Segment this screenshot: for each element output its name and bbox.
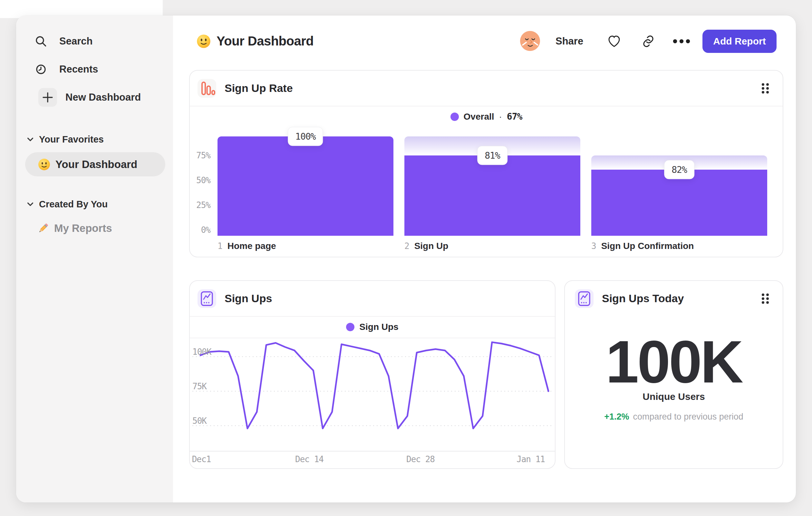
y-axis-tick: 75K <box>192 382 207 391</box>
stat-card-header: Sign Ups Today <box>565 281 783 316</box>
favorite-heart-icon[interactable] <box>607 34 621 49</box>
sidebar-item-label: Recents <box>59 63 98 75</box>
line-chart-icon <box>575 289 593 308</box>
sidebar-section-your-favorites[interactable]: Your Favorites <box>27 133 104 146</box>
step-name: Sign Up Confirmation <box>601 241 694 251</box>
smiley-emoji <box>38 158 50 171</box>
copy-link-icon[interactable] <box>641 34 656 48</box>
chevron-down-icon <box>27 137 33 142</box>
line-series[interactable] <box>200 342 548 429</box>
x-axis-tick: Dec1 <box>192 454 211 464</box>
sidebar: Search Recents New Das <box>16 16 173 503</box>
funnel-bar[interactable] <box>404 156 580 236</box>
sidebar-item-label: New Dashboard <box>65 91 141 103</box>
bar-value-tooltip: 82% <box>664 160 694 179</box>
sidebar-item-new-dashboard[interactable]: New Dashboard <box>31 87 141 107</box>
sidebar-item-label: My Reports <box>54 222 112 235</box>
section-label: Created By You <box>39 199 108 210</box>
funnel-bar[interactable] <box>591 170 767 236</box>
step-number: 3 <box>591 241 596 251</box>
line-chart-card: Sign Ups Sign Ups 100K75K50KDec1Dec 14De… <box>189 280 555 469</box>
funnel-card: Sign Up Rate Overall · 67% 75%50%25%0%10… <box>189 70 783 257</box>
step-name: Sign Up <box>414 241 448 251</box>
sidebar-item-recents[interactable]: Recents <box>31 59 98 79</box>
sidebar-section-created-by-you[interactable]: Created By You <box>27 198 108 211</box>
card-title: Sign Ups Today <box>602 292 684 305</box>
page-header: Your Dashboard <box>197 31 314 51</box>
funnel-category-label: 3Sign Up Confirmation <box>591 241 694 254</box>
sign-ups-today-card: Sign Ups Today 100K Unique Users +1.2% c… <box>564 280 783 469</box>
more-options-icon[interactable] <box>673 39 690 44</box>
page-background: Search Recents New Das <box>0 0 812 516</box>
bar-value-tooltip: 81% <box>477 146 508 165</box>
y-axis-tick: 0% <box>190 225 210 235</box>
y-axis-tick: 50K <box>192 416 207 426</box>
sidebar-item-my-reports[interactable]: My Reports <box>37 219 112 238</box>
bar-value-tooltip: 100% <box>288 127 323 146</box>
x-axis-tick: Jan 11 <box>517 454 545 464</box>
app-window: Search Recents New Das <box>16 16 796 503</box>
funnel-chart[interactable]: 75%50%25%0%100%1Home page81%2Sign Up82%3… <box>190 71 783 257</box>
x-axis-tick: Dec 28 <box>406 454 435 464</box>
add-report-button[interactable]: Add Report <box>702 30 777 53</box>
y-axis-tick: 50% <box>190 175 210 185</box>
x-axis-tick: Dec 14 <box>295 454 323 464</box>
stat-label: Unique Users <box>565 391 783 402</box>
funnel-category-label: 2Sign Up <box>404 241 448 254</box>
section-label: Your Favorites <box>39 134 104 145</box>
step-number: 2 <box>404 241 409 251</box>
line-chart-svg <box>190 281 555 468</box>
smiley-emoji <box>197 34 211 48</box>
stat-delta-row: +1.2% compared to previous period <box>565 412 783 422</box>
step-name: Home page <box>228 241 276 251</box>
line-chart[interactable]: 100K75K50KDec1Dec 14Dec 28Jan 11 <box>190 281 555 468</box>
sidebar-item-label: Your Dashboard <box>55 158 137 171</box>
delta-value: +1.2% <box>604 412 629 422</box>
y-axis-tick: 25% <box>190 200 210 210</box>
sidebar-item-label: Search <box>59 35 92 47</box>
page-title: Your Dashboard <box>216 34 314 48</box>
sidebar-item-search[interactable]: Search <box>31 31 92 51</box>
y-axis-tick: 100K <box>192 347 211 357</box>
pencil-emoji <box>37 222 50 235</box>
plus-icon <box>38 88 57 107</box>
search-icon <box>31 31 51 51</box>
delta-note: compared to previous period <box>633 412 743 422</box>
funnel-bar[interactable] <box>218 136 394 236</box>
stat-value: 100K <box>565 340 783 384</box>
chevron-down-icon <box>27 202 33 207</box>
share-button[interactable]: Share <box>555 31 583 51</box>
sidebar-item-your-dashboard[interactable]: Your Dashboard <box>25 152 165 176</box>
funnel-category-label: 1Home page <box>218 241 276 254</box>
clock-icon <box>31 59 51 79</box>
y-axis-tick: 75% <box>190 151 210 160</box>
step-number: 1 <box>218 241 222 251</box>
drag-handle-icon[interactable] <box>760 293 770 304</box>
avatar[interactable] <box>520 31 540 51</box>
